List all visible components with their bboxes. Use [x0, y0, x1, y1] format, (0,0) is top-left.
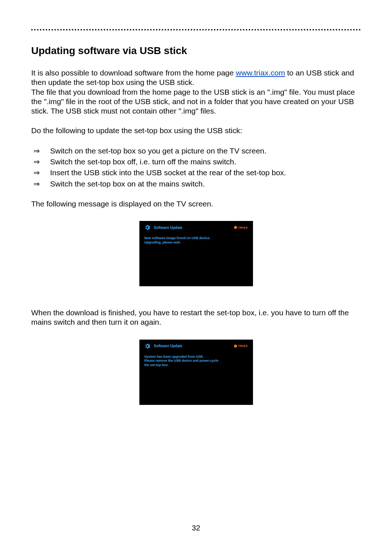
tv-header: Software Update TRIAX: [144, 343, 248, 349]
section-heading: Updating software via USB stick: [31, 45, 361, 57]
tv-message-line: System has been upgraded from USB.: [144, 355, 248, 359]
step-text: Switch on the set-top box so you get a p…: [50, 146, 266, 156]
do-following-text: Do the following to update the set-top b…: [31, 126, 361, 135]
tv-screenshot-2: Software Update TRIAX System has been up…: [139, 340, 253, 405]
tv-message-line: the set-top box.: [144, 363, 248, 368]
tv-screenshot-1: Software Update TRIAX New software image…: [139, 221, 253, 286]
led-icon: [234, 226, 237, 229]
steps-list: ⇒ Switch on the set-top box so you get a…: [31, 146, 361, 189]
tv-message-line: New software image found on USB device.: [144, 236, 248, 241]
tv-title: Software Update: [154, 226, 231, 230]
dotted-divider: [31, 29, 361, 30]
led-icon: [234, 345, 237, 348]
brand-text: TRIAX: [238, 226, 248, 229]
tv-brand: TRIAX: [234, 344, 248, 348]
after-download-text: When the download is finished, you have …: [31, 308, 361, 327]
triax-homepage-link[interactable]: www.triax.com: [236, 69, 285, 77]
list-item: ⇒ Switch the set-top box on at the mains…: [31, 179, 361, 189]
intro-paragraph-1: It is also possible to download software…: [31, 68, 361, 87]
gear-icon: [144, 225, 150, 230]
tv-message-line: Please remove the USB device and power-c…: [144, 359, 248, 363]
tv-message: New software image found on USB device. …: [144, 236, 248, 245]
tv-brand: TRIAX: [234, 226, 248, 229]
intro-paragraph-2: The file that you download from the home…: [31, 87, 361, 116]
intro-part1: It is also possible to download software…: [31, 69, 236, 77]
arrow-right-icon: ⇒: [31, 168, 50, 178]
screenshot-2-container: Software Update TRIAX System has been up…: [31, 340, 361, 405]
tv-header: Software Update TRIAX: [144, 225, 248, 230]
document-page: Updating software via USB stick It is al…: [0, 0, 392, 554]
arrow-right-icon: ⇒: [31, 157, 50, 167]
following-message-text: The following message is displayed on th…: [31, 199, 361, 209]
list-item: ⇒ Switch on the set-top box so you get a…: [31, 146, 361, 156]
step-text: Insert the USB stick into the USB socket…: [50, 168, 286, 178]
tv-message-line: Upgrading, please wait.: [144, 241, 248, 245]
tv-message: System has been upgraded from USB. Pleas…: [144, 355, 248, 368]
gear-icon: [144, 343, 150, 349]
tv-title: Software Update: [154, 344, 231, 348]
step-text: Switch the set-top box off, i.e. turn of…: [50, 157, 236, 167]
screenshot-1-container: Software Update TRIAX New software image…: [31, 221, 361, 286]
page-number: 32: [0, 524, 392, 532]
step-text: Switch the set-top box on at the mains s…: [50, 179, 205, 189]
list-item: ⇒ Insert the USB stick into the USB sock…: [31, 168, 361, 178]
arrow-right-icon: ⇒: [31, 146, 50, 156]
list-item: ⇒ Switch the set-top box off, i.e. turn …: [31, 157, 361, 167]
arrow-right-icon: ⇒: [31, 179, 50, 189]
brand-text: TRIAX: [238, 344, 248, 348]
